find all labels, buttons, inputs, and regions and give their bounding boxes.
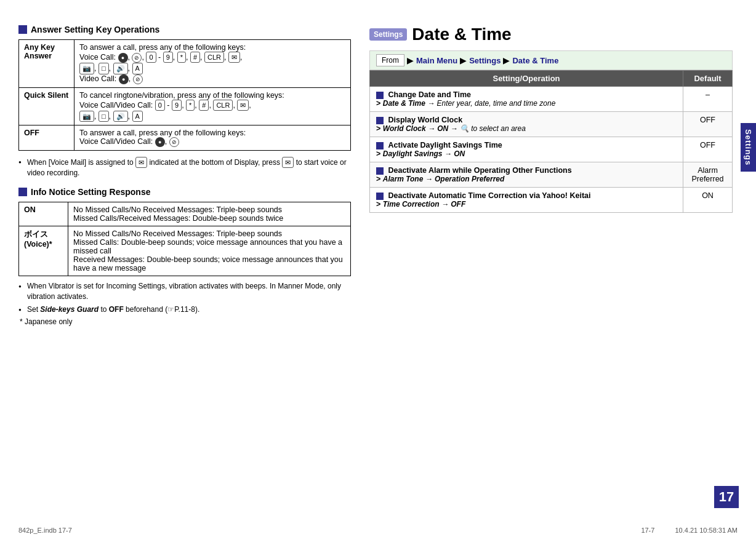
row-sub: World Clock → ON → 🔍 to select an area	[383, 124, 526, 133]
table-row: Activate Daylight Savings Time > Dayligh…	[370, 137, 733, 162]
col-header-setting: Setting/Operation	[370, 71, 683, 87]
row-sub: Daylight Savings → ON	[383, 149, 465, 158]
row-sub: Time Correction → OFF	[383, 200, 465, 209]
key-box-sq: □	[99, 63, 109, 74]
key-box-hash: #	[190, 52, 200, 63]
footer-right: 17-7 10.4.21 10:58:31 AM	[641, 527, 738, 534]
key-icon-circle2: ●	[119, 74, 129, 84]
key-icon-slash3: ⊘	[169, 137, 179, 147]
key-box-star: *	[177, 52, 186, 63]
dt-title: Date & Time	[412, 25, 511, 44]
row-icon	[376, 117, 384, 124]
table-header-row: Setting/Operation Default	[370, 71, 733, 87]
key-box-hashb: #	[199, 100, 209, 111]
default-cell: OFF	[683, 137, 733, 162]
setting-cell: Deactivate Alarm while Operating Other F…	[370, 162, 683, 188]
key-box-clr: CLR	[204, 52, 224, 63]
info-key-voice: ボイス(Voice)*	[19, 226, 68, 276]
default-cell: OFF	[683, 112, 733, 137]
info-desc-voice: No Missed Calls/No Received Messages: Tr…	[68, 226, 351, 276]
default-cell: ON	[683, 188, 733, 213]
setting-cell: Change Date and Time > Date & Time → Ent…	[370, 87, 683, 112]
info-section: Info Notice Setting Response ON No Misse…	[18, 187, 351, 325]
settings-badge: Settings	[369, 28, 407, 41]
footer-left: 842p_E.indb 17-7	[18, 527, 72, 534]
table-row: Change Date and Time > Date & Time → Ent…	[370, 87, 733, 112]
inline-key-mail: ✉	[135, 157, 147, 168]
page-number-box: 17	[714, 486, 739, 508]
row-sub: Date & Time → Enter year, date, time and…	[383, 99, 556, 108]
key-box-mail: ✉	[228, 52, 240, 63]
info-desc: No Missed Calls/No Received Messages: Tr…	[68, 202, 351, 226]
dt-header: Settings Date & Time	[369, 25, 733, 44]
answer-section-title: Answer Setting Key Operations	[18, 25, 351, 34]
key-box-ab: A	[132, 111, 143, 122]
key-label: Any Key Answer	[19, 40, 74, 88]
key-box-spkb: 🔊	[113, 111, 128, 122]
breadcrumb-arrow2: ▶	[460, 55, 467, 65]
table-row: ボイス(Voice)* No Missed Calls/No Received …	[19, 226, 351, 276]
breadcrumb-arrow3: ▶	[503, 55, 510, 65]
table-row: ON No Missed Calls/No Received Messages:…	[19, 202, 351, 226]
info-section-title: Info Notice Setting Response	[18, 187, 351, 197]
key-label: OFF	[19, 125, 74, 151]
col-header-default: Default	[683, 71, 733, 87]
row-arrow: >	[376, 124, 383, 133]
breadcrumb-main-menu: Main Menu	[416, 56, 457, 65]
section-icon2	[18, 188, 27, 196]
breadcrumb-from: From	[376, 54, 404, 66]
table-row: Deactivate Alarm while Operating Other F…	[370, 162, 733, 188]
section-icon	[18, 25, 27, 34]
row-arrow: >	[376, 200, 383, 209]
key-box-mailb: ✉	[237, 100, 249, 111]
inline-key-mail2: ✉	[282, 157, 294, 168]
key-box-camb: 📷	[79, 111, 94, 122]
row-title: Activate Daylight Savings Time	[388, 141, 502, 149]
key-box-9b: 9	[172, 100, 182, 111]
info-note-japanese: * Japanese only	[20, 317, 351, 326]
table-row: Deactivate Automatic Time Correction via…	[370, 188, 733, 213]
key-box-cam: 📷	[79, 63, 94, 74]
row-arrow: >	[376, 175, 383, 183]
breadcrumb: From ▶ Main Menu ▶ Settings ▶ Date & Tim…	[369, 50, 733, 70]
info-note-2: Set Side-keys Guard to OFF beforehand (☞…	[18, 304, 351, 315]
left-column: Answer Setting Key Operations Any Key An…	[18, 25, 351, 533]
row-arrow: >	[376, 99, 383, 108]
row-icon	[376, 142, 384, 149]
row-title: Change Date and Time	[388, 90, 471, 99]
breadcrumb-date-time: Date & Time	[512, 56, 558, 65]
table-row: Quick Silent To cancel ringtone/vibratio…	[19, 87, 351, 125]
key-box-a: A	[132, 63, 143, 74]
breadcrumb-settings: Settings	[469, 56, 501, 65]
key-icon-circle-filled: ●	[118, 53, 128, 63]
right-column: Settings Date & Time From ▶ Main Menu ▶ …	[369, 25, 733, 533]
info-table: ON No Missed Calls/No Received Messages:…	[18, 202, 351, 276]
table-row: Display World Clock > World Clock → ON →…	[370, 112, 733, 137]
key-box-0: 0	[146, 52, 156, 63]
key-box-0b: 0	[155, 100, 165, 111]
row-title: Display World Clock	[388, 116, 462, 124]
key-icon-slash: ⊘	[132, 53, 142, 63]
setting-cell: Deactivate Automatic Time Correction via…	[370, 188, 683, 213]
key-desc: To answer a call, press any of the follo…	[74, 125, 351, 151]
table-row: OFF To answer a call, press any of the f…	[19, 125, 351, 151]
page-ref-display: 17-7	[641, 527, 654, 534]
answer-table: Any Key Answer To answer a call, press a…	[18, 39, 351, 151]
default-cell: Alarm Preferred	[683, 162, 733, 188]
answer-note: When [Voice Mail] is assigned to ✉ indic…	[18, 157, 351, 178]
info-key-on: ON	[19, 202, 68, 226]
key-box-starb: *	[186, 100, 195, 111]
settings-table: Setting/Operation Default Change Date an…	[369, 70, 733, 213]
row-title: Deactivate Automatic Time Correction via…	[388, 191, 590, 200]
row-title: Deactivate Alarm while Operating Other F…	[388, 166, 571, 175]
settings-side-tab: Settings	[741, 123, 756, 172]
key-label: Quick Silent	[19, 87, 74, 125]
default-cell: –	[683, 87, 733, 112]
row-sub: Alarm Tone → Operation Preferred	[383, 175, 505, 183]
setting-cell: Display World Clock > World Clock → ON →…	[370, 112, 683, 137]
row-arrow: >	[376, 149, 383, 158]
row-icon	[376, 92, 384, 99]
row-icon	[376, 193, 384, 200]
setting-cell: Activate Daylight Savings Time > Dayligh…	[370, 137, 683, 162]
key-box-clrb: CLR	[213, 100, 233, 111]
